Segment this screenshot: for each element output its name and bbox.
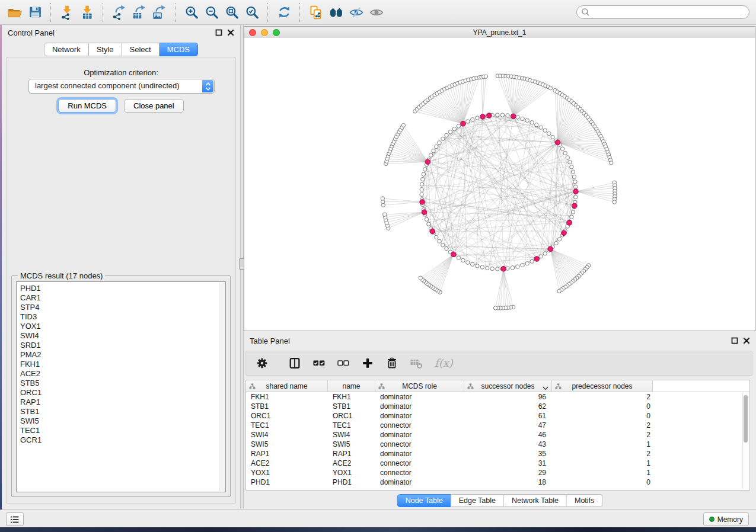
network-graph[interactable]	[244, 38, 755, 331]
find-button[interactable]	[326, 2, 346, 23]
float-panel-icon[interactable]	[215, 29, 222, 36]
save-session-button[interactable]	[25, 2, 45, 23]
delete-column-button[interactable]	[384, 355, 400, 371]
table-row[interactable]: ORC1 ORC1 dominator 61 0	[246, 411, 749, 421]
table-row[interactable]: RAP1 RAP1 dominator 35 2	[246, 449, 749, 459]
control-panel-tab[interactable]: Style	[89, 43, 122, 56]
mcds-result-item[interactable]: ACE2	[20, 369, 225, 379]
cell-predecessor-nodes[interactable]: 2	[552, 430, 653, 440]
list-scrollbar-track[interactable]	[219, 283, 225, 491]
optimization-criterion-select[interactable]: largest connected component (undirected)	[28, 79, 215, 94]
cell-shared-name[interactable]: PHD1	[246, 477, 328, 487]
mcds-result-list[interactable]: PHD1 CAR1 STP4 TID3 YOX1 SWI4 SRD1 PMA2	[16, 281, 226, 492]
cell-shared-name[interactable]: ACE2	[246, 459, 328, 468]
cell-shared-name[interactable]: FKH1	[246, 392, 328, 402]
cell-name[interactable]: PHD1	[328, 477, 375, 487]
mcds-result-item[interactable]: RAP1	[20, 398, 225, 407]
column-header[interactable]: MCDS role	[375, 380, 464, 392]
cell-predecessor-nodes[interactable]: 2	[552, 421, 653, 430]
mcds-result-item[interactable]: SWI5	[20, 416, 225, 426]
minimize-window-light[interactable]	[261, 29, 268, 36]
cell-mcds-role[interactable]: connector	[375, 459, 464, 468]
cell-name[interactable]: FKH1	[328, 392, 375, 402]
cell-successor-nodes[interactable]: 46	[464, 430, 552, 440]
zoom-in-button[interactable]	[181, 2, 202, 23]
zoom-selected-button[interactable]	[242, 2, 262, 23]
mcds-result-item[interactable]: TID3	[20, 312, 225, 322]
mcds-result-item[interactable]: STP4	[20, 303, 225, 312]
export-image-button[interactable]	[149, 2, 170, 23]
cell-shared-name[interactable]: STB1	[246, 402, 328, 411]
cell-name[interactable]: YOX1	[328, 468, 375, 477]
search-input[interactable]	[590, 8, 749, 17]
cell-shared-name[interactable]: SWI4	[246, 430, 328, 440]
close-panel-button[interactable]: Close panel	[124, 99, 184, 113]
close-window-light[interactable]	[249, 29, 256, 36]
export-network-button[interactable]	[109, 2, 129, 23]
mcds-result-item[interactable]: YOX1	[20, 322, 225, 331]
cell-predecessor-nodes[interactable]: 1	[552, 459, 653, 468]
cell-successor-nodes[interactable]: 29	[464, 468, 552, 477]
run-mcds-button[interactable]: Run MCDS	[58, 99, 116, 113]
mcds-result-item[interactable]: STB1	[20, 407, 225, 416]
table-panel-tab[interactable]: Network Table	[504, 494, 567, 507]
mcds-result-item[interactable]: ORC1	[20, 388, 225, 398]
deselect-all-button[interactable]	[336, 355, 351, 371]
cell-mcds-role[interactable]: connector	[375, 468, 464, 477]
import-network-button[interactable]	[57, 2, 77, 23]
cell-shared-name[interactable]: RAP1	[246, 449, 328, 459]
control-panel-tab[interactable]: Network	[44, 43, 89, 56]
cell-predecessor-nodes[interactable]: 2	[552, 449, 653, 459]
cell-name[interactable]: SWI5	[328, 440, 375, 449]
mcds-result-item[interactable]: CAR1	[20, 293, 225, 303]
mcds-result-item[interactable]: TEC1	[20, 426, 225, 435]
mcds-result-item[interactable]: SWI4	[20, 331, 225, 341]
cell-name[interactable]: ACE2	[328, 459, 375, 468]
cell-predecessor-nodes[interactable]: 0	[552, 402, 653, 411]
cell-successor-nodes[interactable]: 47	[464, 421, 552, 430]
hide-selected-button[interactable]	[346, 2, 366, 23]
table-row[interactable]: YOX1 YOX1 connector 29 1	[246, 468, 749, 477]
zoom-out-button[interactable]	[202, 2, 222, 23]
cell-mcds-role[interactable]: connector	[375, 440, 464, 449]
table-row[interactable]: SWI4 SWI4 dominator 46 2	[246, 430, 749, 440]
cell-successor-nodes[interactable]: 96	[464, 392, 552, 402]
mcds-result-item[interactable]: GCR1	[20, 435, 225, 445]
column-header[interactable]: successor nodes	[464, 380, 552, 392]
cell-predecessor-nodes[interactable]: 1	[552, 440, 653, 449]
cell-predecessor-nodes[interactable]: 1	[552, 468, 653, 477]
cell-mcds-role[interactable]: connector	[375, 421, 464, 430]
split-panel-button[interactable]	[287, 355, 302, 371]
cell-predecessor-nodes[interactable]: 0	[552, 411, 653, 421]
close-panel-icon[interactable]	[227, 29, 234, 36]
cell-mcds-role[interactable]: dominator	[375, 430, 464, 440]
cell-successor-nodes[interactable]: 31	[464, 459, 552, 468]
mcds-result-item[interactable]: SRD1	[20, 341, 225, 350]
show-all-button[interactable]	[366, 2, 387, 23]
open-file-button[interactable]	[5, 2, 25, 23]
mcds-result-item[interactable]: PMA2	[20, 350, 225, 360]
cell-successor-nodes[interactable]: 43	[464, 440, 552, 449]
table-row[interactable]: SWI5 SWI5 connector 43 1	[246, 440, 749, 449]
import-table-button[interactable]	[77, 2, 97, 23]
cell-predecessor-nodes[interactable]: 0	[552, 477, 653, 487]
cell-name[interactable]: TEC1	[328, 421, 375, 430]
table-panel-tab[interactable]: Edge Table	[451, 494, 504, 507]
export-table-button[interactable]	[129, 2, 149, 23]
network-canvas[interactable]	[244, 38, 755, 331]
maximize-window-light[interactable]	[273, 29, 280, 36]
cell-name[interactable]: SWI4	[328, 430, 375, 440]
cell-successor-nodes[interactable]: 18	[464, 477, 552, 487]
cell-successor-nodes[interactable]: 35	[464, 449, 552, 459]
table-row[interactable]: ACE2 ACE2 connector 31 1	[246, 459, 749, 468]
cell-mcds-role[interactable]: dominator	[375, 449, 464, 459]
cell-shared-name[interactable]: YOX1	[246, 468, 328, 477]
zoom-fit-button[interactable]	[222, 2, 242, 23]
network-view-titlebar[interactable]: YPA_prune.txt_1	[244, 27, 755, 39]
cell-predecessor-nodes[interactable]: 2	[552, 392, 653, 402]
cell-successor-nodes[interactable]: 62	[464, 402, 552, 411]
cell-successor-nodes[interactable]: 61	[464, 411, 552, 421]
close-panel-icon[interactable]	[743, 337, 750, 344]
select-all-button[interactable]	[311, 355, 327, 371]
cell-name[interactable]: STB1	[328, 402, 375, 411]
